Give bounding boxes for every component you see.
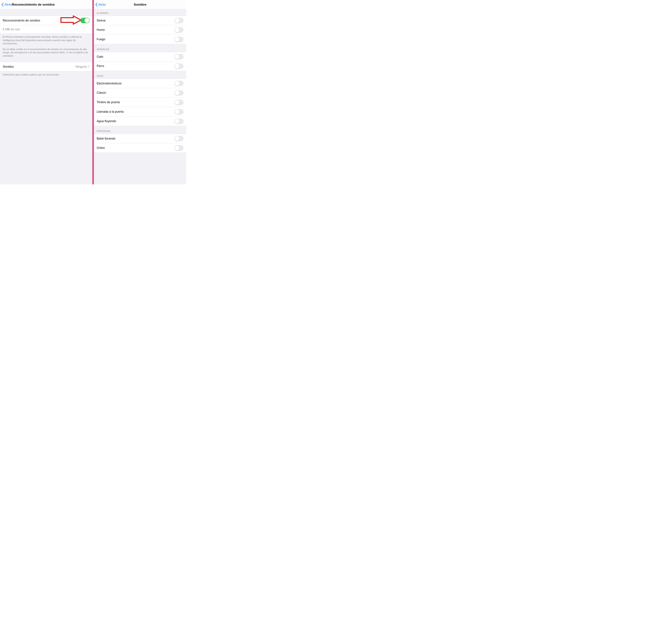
sound-recognition-toggle-row[interactable]: Reconocimiento de sonidos: [0, 16, 92, 25]
sound-label: Agua fluyendo: [97, 119, 174, 123]
sound-toggle-row[interactable]: Perro: [94, 62, 186, 71]
sounds-footer: Selecciona qué sonidos quieres que se re…: [0, 71, 92, 76]
sound-toggle-row[interactable]: Humo: [94, 25, 186, 35]
back-button[interactable]: Atrás: [1, 3, 12, 6]
sound-toggle[interactable]: [174, 81, 183, 86]
sound-toggle[interactable]: [174, 18, 183, 23]
pane-divider: [92, 0, 94, 184]
sound-toggle[interactable]: [174, 136, 183, 141]
sound-recognition-toggle[interactable]: [80, 18, 89, 23]
toggle-knob: [175, 64, 179, 69]
sound-label: Timbre de puerta: [97, 101, 174, 104]
toggle-label: Reconocimiento de sonidos: [3, 19, 80, 22]
sounds-value: Ninguno: [76, 65, 87, 69]
sound-toggle-row[interactable]: Sirena: [94, 16, 186, 25]
toggle-knob: [175, 28, 179, 32]
nav-bar: Atrás Reconocimiento de sonidos: [0, 0, 92, 9]
sound-label: Electrodomésticos: [97, 82, 174, 85]
toggle-knob: [175, 146, 179, 150]
sound-label: Llamada a la puerta: [97, 110, 174, 114]
sound-label: Gato: [97, 55, 174, 59]
sound-toggle[interactable]: [174, 90, 183, 96]
toggle-knob: [175, 100, 179, 105]
toggle-knob: [175, 54, 179, 59]
sound-toggle-row[interactable]: Gritos: [94, 143, 186, 153]
sound-toggle-row[interactable]: Bebé llorando: [94, 134, 186, 143]
chevron-left-icon: [1, 3, 4, 6]
chevron-right-icon: [88, 65, 89, 69]
toggle-knob: [175, 119, 179, 124]
sound-toggle-row[interactable]: Timbre de puerta: [94, 98, 186, 107]
back-button[interactable]: Atrás: [95, 3, 106, 6]
page-title: Reconocimiento de sonidos: [12, 3, 85, 6]
sound-toggle[interactable]: [174, 119, 183, 124]
sound-toggle-row[interactable]: Electrodomésticos: [94, 79, 186, 88]
sound-toggle[interactable]: [174, 27, 183, 33]
sounds-label: Sonidos: [3, 65, 76, 69]
sound-label: Bebé llorando: [97, 137, 174, 141]
toggle-knob: [175, 81, 179, 86]
sound-toggle-row[interactable]: Claxon: [94, 88, 186, 98]
sound-recognition-pane: Atrás Reconocimiento de sonidos Reconoci…: [0, 0, 92, 184]
sound-toggle[interactable]: [174, 109, 183, 115]
sounds-list-pane: Atrás Sonidos ALARMASSirenaHumoFuegoANIM…: [94, 0, 186, 184]
sound-toggle[interactable]: [174, 37, 183, 42]
page-title: Sonidos: [94, 3, 186, 6]
sound-toggle[interactable]: [174, 64, 183, 69]
description-1: El iPhone intentará continuamente escuch…: [0, 34, 92, 45]
chevron-left-icon: [95, 3, 98, 6]
storage-usage: 6 MB en uso: [0, 25, 92, 34]
toggle-knob: [84, 18, 89, 23]
sound-toggle[interactable]: [174, 100, 183, 105]
toggle-knob: [175, 37, 179, 42]
sound-toggle-row[interactable]: Llamada a la puerta: [94, 107, 186, 117]
description-2: No se debe confiar en el reconocimiento …: [0, 45, 92, 58]
sound-toggle[interactable]: [174, 145, 183, 151]
sound-label: Humo: [97, 28, 174, 32]
sound-label: Claxon: [97, 91, 174, 94]
group-header: ALARMAS: [94, 9, 186, 16]
group-header: CASA: [94, 71, 186, 79]
group-header: ANIMALES: [94, 44, 186, 52]
nav-bar: Atrás Sonidos: [94, 0, 186, 9]
group-header: PERSONAS: [94, 126, 186, 134]
toggle-knob: [175, 90, 179, 95]
toggle-knob: [175, 109, 179, 114]
sound-label: Fuego: [97, 38, 174, 41]
sound-label: Gritos: [97, 146, 174, 150]
sound-label: Perro: [97, 64, 174, 68]
sound-toggle-row[interactable]: Agua fluyendo: [94, 117, 186, 126]
back-label: Atrás: [98, 3, 106, 6]
toggle-knob: [175, 18, 179, 23]
back-label: Atrás: [4, 3, 12, 6]
sounds-row[interactable]: Sonidos Ninguno: [0, 62, 92, 71]
toggle-knob: [175, 136, 179, 141]
sound-label: Sirena: [97, 19, 174, 22]
sound-groups: ALARMASSirenaHumoFuegoANIMALESGatoPerroC…: [94, 9, 186, 153]
sound-toggle-row[interactable]: Fuego: [94, 35, 186, 44]
sound-toggle-row[interactable]: Gato: [94, 52, 186, 62]
sound-toggle[interactable]: [174, 54, 183, 60]
